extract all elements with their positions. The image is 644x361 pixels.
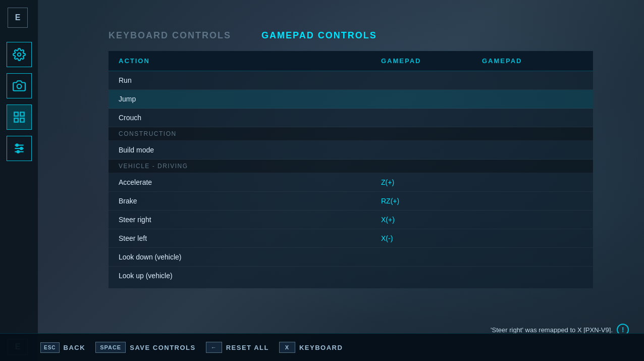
esc-key: ESC: [40, 342, 60, 353]
table-row[interactable]: Steer right X(+): [109, 211, 593, 229]
table-row: CONSTRUCTION: [109, 127, 593, 141]
row-binding1: X(+): [381, 216, 482, 224]
back-label: BACK: [64, 344, 86, 351]
main-content: KEYBOARD CONTROLS GAMEPAD CONTROLS ACTIO…: [38, 0, 644, 361]
tabs: KEYBOARD CONTROLS GAMEPAD CONTROLS: [109, 30, 629, 41]
table-row[interactable]: Run: [109, 71, 593, 90]
row-action-label: Look down (vehicle): [119, 253, 381, 261]
sidebar-icon-layout[interactable]: [7, 105, 32, 130]
table-row[interactable]: Brake RZ(+): [109, 192, 593, 211]
status-text: 'Steer right' was remapped to X [PXN-V9]…: [491, 326, 613, 334]
section-title: VEHICLE - DRIVING: [119, 163, 381, 170]
header-gamepad2: GAMEPAD: [482, 57, 583, 65]
svg-point-1: [17, 84, 21, 89]
svg-point-11: [17, 150, 19, 152]
reset-label: RESET ALL: [226, 344, 269, 351]
sidebar-icon-sliders[interactable]: [7, 136, 32, 161]
row-action-label: Build mode: [119, 146, 381, 154]
table-body: Run Jump Crouch CONSTRUCTION Build mode …: [109, 71, 593, 283]
tab-gamepad[interactable]: GAMEPAD CONTROLS: [261, 30, 377, 41]
svg-rect-4: [20, 118, 24, 122]
row-action-label: Brake: [119, 197, 381, 205]
back-button[interactable]: ESC BACK: [40, 342, 85, 353]
table-header: ACTION GAMEPAD GAMEPAD: [109, 51, 593, 71]
svg-rect-2: [14, 112, 18, 116]
keyboard-button[interactable]: X KEYBOARD: [279, 342, 343, 353]
header-action: ACTION: [119, 57, 381, 65]
sidebar-icon-camera[interactable]: [7, 73, 32, 98]
row-binding1: Z(+): [381, 178, 482, 186]
reset-all-button[interactable]: ← RESET ALL: [206, 342, 269, 353]
row-action-label: Run: [119, 76, 381, 84]
keyboard-label: KEYBOARD: [299, 344, 343, 351]
row-action-label: Jump: [119, 95, 381, 103]
sidebar-icon-settings[interactable]: [7, 42, 32, 67]
row-action-label: Crouch: [119, 114, 381, 122]
sidebar: [0, 0, 38, 361]
q-button[interactable]: E: [8, 8, 28, 28]
row-action-label: Steer right: [119, 216, 381, 224]
q-label: E: [15, 13, 21, 22]
svg-rect-3: [20, 112, 24, 116]
row-binding1: X(-): [381, 234, 482, 242]
table-row[interactable]: Look up (vehicle): [109, 267, 593, 283]
row-action-label: Steer left: [119, 234, 381, 242]
controls-table: ACTION GAMEPAD GAMEPAD Run Jump Crouch C…: [109, 51, 593, 288]
svg-point-9: [16, 144, 18, 146]
x-key: X: [279, 342, 295, 353]
table-row[interactable]: Steer left X(-): [109, 229, 593, 248]
table-row[interactable]: Accelerate Z(+): [109, 173, 593, 192]
arrow-key: ←: [206, 342, 222, 353]
section-title: CONSTRUCTION: [119, 130, 381, 137]
bottom-bar: ESC BACK SPACE SAVE CONTROLS ← RESET ALL…: [0, 333, 644, 361]
table-row[interactable]: Look down (vehicle): [109, 248, 593, 267]
row-action-label: Accelerate: [119, 178, 381, 186]
svg-point-0: [17, 53, 21, 57]
row-binding1: RZ(+): [381, 197, 482, 205]
svg-point-10: [20, 147, 22, 149]
row-action-label: Look up (vehicle): [119, 272, 381, 280]
save-label: SAVE CONTROLS: [130, 344, 196, 351]
table-row[interactable]: Jump: [109, 90, 593, 109]
save-controls-button[interactable]: SPACE SAVE CONTROLS: [95, 342, 196, 353]
space-key: SPACE: [95, 342, 126, 353]
table-row: VEHICLE - DRIVING: [109, 160, 593, 173]
tab-keyboard[interactable]: KEYBOARD CONTROLS: [109, 30, 231, 41]
header-gamepad1: GAMEPAD: [381, 57, 482, 65]
table-row[interactable]: Crouch: [109, 109, 593, 127]
table-row[interactable]: Build mode: [109, 141, 593, 160]
svg-rect-5: [14, 118, 18, 122]
